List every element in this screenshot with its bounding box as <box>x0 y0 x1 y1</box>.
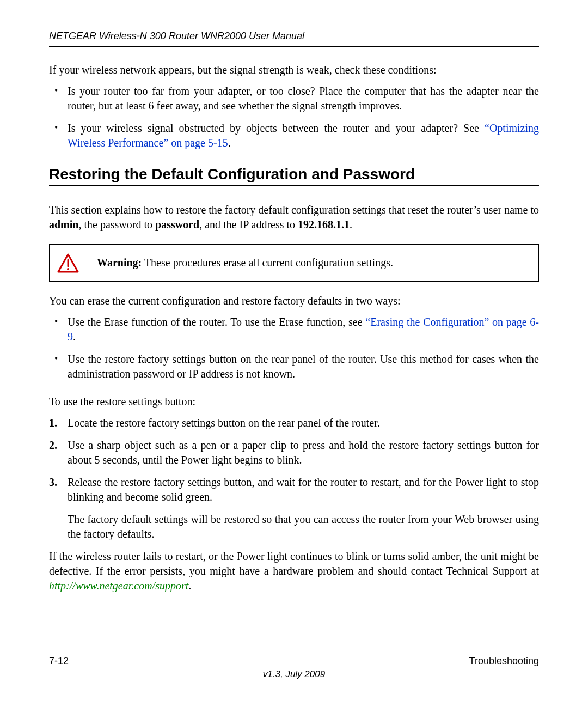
text-run: , and the IP address to <box>199 218 298 230</box>
version-info: v1.3, July 2009 <box>49 669 539 680</box>
list-text: . <box>73 331 76 343</box>
closing-paragraph: If the wireless router fails to restart,… <box>49 549 539 593</box>
warning-icon-cell <box>50 245 87 281</box>
page-footer: 7-12 Troubleshooting v1.3, July 2009 <box>49 652 539 680</box>
step-item: Use a sharp object such as a pen or a pa… <box>49 438 539 467</box>
step-item: Release the restore factory settings but… <box>49 475 539 541</box>
manual-title: NETGEAR Wireless-N 300 Router WNR2000 Us… <box>49 31 304 41</box>
warning-box: Warning: These procedures erase all curr… <box>49 244 539 282</box>
ways-intro: You can erase the current configuration … <box>49 294 539 308</box>
list-text: . <box>228 137 231 149</box>
intro-paragraph: If your wireless network appears, but th… <box>49 63 539 77</box>
step-text: Release the restore factory settings but… <box>68 476 539 503</box>
footer-row: 7-12 Troubleshooting <box>49 652 539 667</box>
bold-text: password <box>155 218 199 230</box>
text-run: This section explains how to restore the… <box>49 204 539 216</box>
document-page: NETGEAR Wireless-N 300 Router WNR2000 Us… <box>0 0 588 706</box>
steps-intro: To use the restore settings button: <box>49 394 539 409</box>
step-follow-text: The factory default settings will be res… <box>68 512 539 541</box>
warning-icon <box>57 253 79 273</box>
svg-point-2 <box>67 268 69 270</box>
steps-list: Locate the restore factory settings butt… <box>49 416 539 541</box>
bold-text: 192.168.1.1 <box>298 218 350 230</box>
restore-intro-paragraph: This section explains how to restore the… <box>49 203 539 232</box>
list-item: Is your wireless signal obstructed by ob… <box>49 121 539 150</box>
text-run: . <box>188 580 191 592</box>
warning-text: Warning: These procedures erase all curr… <box>87 245 538 281</box>
condition-list: Is your router too far from your adapter… <box>49 84 539 150</box>
list-text: Use the restore factory settings button … <box>68 353 539 380</box>
support-url-link[interactable]: http://www.netgear.com/support <box>49 580 188 592</box>
list-item: Use the restore factory settings button … <box>49 352 539 381</box>
ways-list: Use the Erase function of the router. To… <box>49 315 539 381</box>
chapter-name: Troubleshooting <box>469 655 539 667</box>
bold-text: admin <box>49 218 78 230</box>
list-text: Is your wireless signal obstructed by ob… <box>68 122 485 134</box>
text-run: If the wireless router fails to restart,… <box>49 550 539 577</box>
step-item: Locate the restore factory settings butt… <box>49 416 539 430</box>
step-text: Locate the restore factory settings butt… <box>68 417 380 429</box>
page-header: NETGEAR Wireless-N 300 Router WNR2000 Us… <box>49 31 539 47</box>
text-run: . <box>350 218 352 230</box>
list-text: Use the Erase function of the router. To… <box>68 316 365 328</box>
list-text: Is your router too far from your adapter… <box>68 85 539 112</box>
list-item: Use the Erase function of the router. To… <box>49 315 539 344</box>
list-item: Is your router too far from your adapter… <box>49 84 539 113</box>
step-text: Use a sharp object such as a pen or a pa… <box>68 439 539 466</box>
text-run: , the password to <box>78 218 155 230</box>
page-number: 7-12 <box>49 655 69 667</box>
warning-body: These procedures erase all current confi… <box>142 257 393 269</box>
section-heading: Restoring the Default Configuration and … <box>49 166 539 186</box>
warning-label: Warning: <box>97 257 142 269</box>
